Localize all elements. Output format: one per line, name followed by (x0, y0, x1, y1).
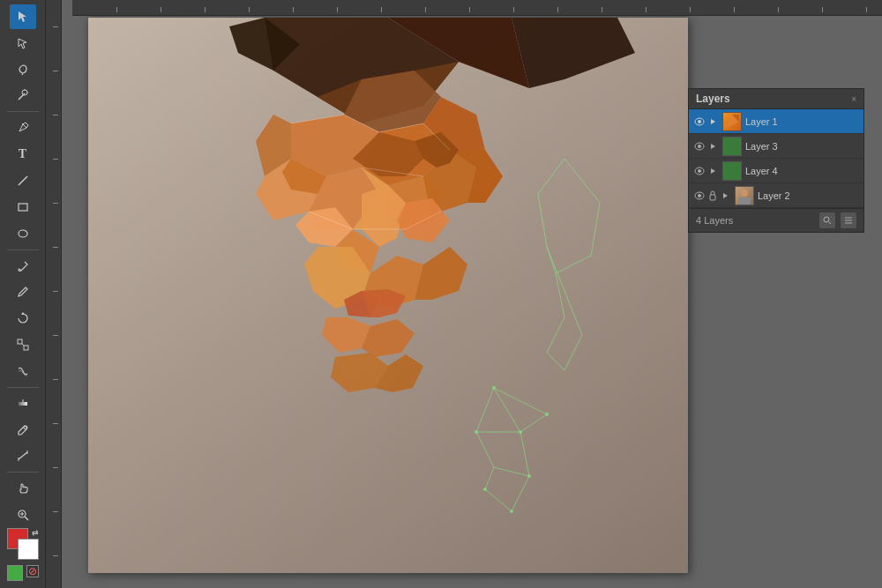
layer-visibility-toggle[interactable] (692, 164, 706, 178)
svg-rect-107 (723, 162, 741, 180)
svg-line-17 (19, 452, 27, 459)
ruler-tick (734, 7, 735, 12)
layer-row[interactable]: Layer 2 (689, 183, 863, 208)
svg-marker-10 (21, 312, 25, 315)
layer-visibility-toggle[interactable] (692, 115, 706, 129)
tool-rotate[interactable] (10, 306, 36, 331)
layer-thumbnail (722, 161, 742, 181)
svg-point-109 (698, 194, 701, 197)
layer-name: Layer 3 (745, 141, 860, 152)
svg-marker-1 (19, 39, 26, 48)
tool-rect[interactable] (10, 195, 36, 220)
layer-visibility-toggle[interactable] (692, 189, 706, 203)
svg-point-112 (741, 190, 748, 197)
svg-point-84 (510, 510, 513, 513)
ruler-tick (53, 26, 58, 27)
tool-separator-2 (7, 249, 39, 250)
layers-menu-button[interactable] (841, 212, 856, 228)
document-canvas[interactable] (88, 18, 688, 573)
layer-name: Layer 4 (745, 166, 860, 176)
svg-point-81 (519, 430, 522, 434)
svg-point-114 (824, 217, 829, 222)
svg-rect-113 (738, 197, 751, 205)
layers-search-button[interactable] (819, 212, 835, 228)
main-area: Layers × Layer 1 (46, 0, 882, 588)
tool-select[interactable] (10, 4, 36, 29)
layer-row[interactable]: Layer 1 (689, 109, 863, 134)
layers-footer: 4 Layers (689, 208, 863, 232)
ruler-tick (425, 7, 426, 12)
ruler-horizontal (72, 0, 882, 16)
layers-panel-title: Layers (696, 93, 730, 105)
svg-point-83 (527, 474, 531, 478)
tool-ellipse[interactable] (10, 221, 36, 246)
tool-pencil[interactable] (10, 279, 36, 304)
svg-marker-111 (723, 193, 728, 198)
ruler-tick (161, 7, 161, 12)
tool-measure[interactable] (10, 444, 36, 469)
lowpoly-artwork (88, 18, 688, 573)
layer-expand-arrow[interactable] (706, 140, 719, 153)
tool-scale[interactable] (10, 332, 36, 357)
tool-zoom[interactable] (10, 502, 36, 527)
layer-thumbnail (722, 137, 742, 156)
tool-eyedropper[interactable] (10, 418, 36, 443)
svg-point-80 (492, 386, 496, 390)
svg-point-86 (475, 430, 478, 434)
tool-warp[interactable] (10, 359, 36, 383)
swap-colors-icon[interactable]: ⇄ (32, 528, 39, 537)
svg-marker-97 (711, 119, 715, 124)
stroke-swatch[interactable] (7, 565, 23, 581)
svg-marker-0 (19, 11, 26, 22)
layer-expand-arrow[interactable] (719, 190, 731, 202)
svg-point-96 (698, 120, 701, 123)
ruler-tick (602, 7, 602, 12)
ruler-tick (690, 7, 691, 12)
svg-rect-11 (18, 339, 22, 344)
layer-lock-toggle[interactable] (706, 190, 719, 202)
ruler-tick (53, 203, 58, 204)
svg-rect-14 (19, 402, 27, 406)
tool-separator-4 (7, 472, 39, 473)
layer-row[interactable]: Layer 3 (689, 134, 863, 159)
svg-line-13 (22, 344, 24, 346)
ruler-tick (53, 247, 58, 248)
ruler-tick (53, 335, 58, 336)
layers-count: 4 Layers (696, 215, 733, 226)
svg-point-105 (698, 169, 701, 173)
layer-expand-arrow[interactable] (706, 165, 719, 177)
tool-separator-3 (7, 387, 39, 388)
layers-list: Layer 1 Layer 3 (689, 109, 863, 208)
layer-thumbnail (722, 112, 742, 131)
tool-pen[interactable] (10, 115, 36, 140)
tool-direct-select[interactable] (10, 31, 36, 56)
ruler-tick (778, 7, 779, 12)
tool-magic-wand[interactable] (10, 84, 36, 108)
layer-visibility-toggle[interactable] (692, 139, 706, 153)
ruler-tick (53, 159, 58, 160)
ruler-tick (337, 7, 338, 12)
ruler-tick (53, 555, 58, 556)
layer-row[interactable]: Layer 4 (689, 159, 863, 183)
none-swatch[interactable]: ⊘ (26, 565, 39, 577)
background-color-swatch[interactable] (18, 539, 39, 560)
ruler-tick (53, 467, 58, 468)
color-swatch-pair[interactable]: ⇄ (7, 528, 39, 560)
tool-lasso[interactable] (10, 57, 36, 82)
layers-panel-close-button[interactable]: × (851, 94, 856, 104)
ruler-tick (513, 7, 514, 12)
ruler-tick (293, 7, 294, 12)
tool-brush[interactable] (10, 254, 36, 279)
layers-panel-header: Layers × (689, 89, 863, 109)
svg-point-3 (22, 90, 27, 95)
svg-rect-12 (24, 346, 28, 350)
color-swatches: ⇄ ⊘ (7, 528, 39, 581)
tool-hand[interactable] (10, 476, 36, 501)
svg-rect-8 (19, 204, 27, 211)
tool-type[interactable]: T (10, 142, 36, 167)
layer-expand-arrow[interactable] (706, 115, 719, 128)
tool-gradient[interactable] (10, 391, 36, 416)
tool-line[interactable] (10, 168, 36, 193)
svg-point-82 (545, 413, 549, 416)
svg-marker-102 (711, 144, 715, 149)
